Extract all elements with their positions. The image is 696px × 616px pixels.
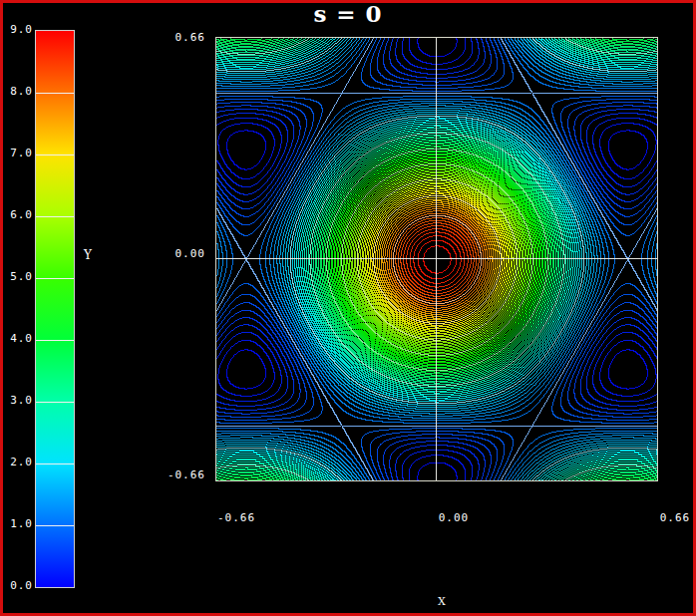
x-axis-title: X [412,595,472,608]
colorbar-tick-label: 0.0 [5,580,33,592]
colorbar-tick-label: 5.0 [5,271,33,283]
colorbar-gradient [35,30,75,588]
colorbar-tick-label: 7.0 [5,148,33,159]
x-tick-label: 0.66 [645,512,696,524]
colorbar-tick-line [36,278,74,279]
colorbar-tick-line [36,216,74,217]
colorbar-tick-label: 4.0 [5,333,33,345]
x-tick-label: 0.00 [424,512,484,524]
y-axis-title: Y [84,248,92,262]
y-tick-label: -0.66 [158,469,205,481]
colorbar-tick-label: 6.0 [5,209,33,221]
colorbar-tick-line [36,525,74,526]
colorbar-tick-line [36,463,74,464]
colorbar-tick-label: 2.0 [5,457,33,468]
colorbar-tick-label: 1.0 [5,518,33,530]
contour-plot-canvas [215,37,658,481]
colorbar-tick-label: 9.0 [5,24,33,36]
colorbar-tick-line [36,93,74,94]
plot-title: s = 0 [3,0,693,27]
colorbar-tick-label: 3.0 [5,395,33,407]
colorbar-tick-line [36,154,74,155]
colorbar-tick-label: 8.0 [5,86,33,98]
y-tick-label: 0.66 [158,32,205,44]
y-tick-label: 0.00 [158,248,205,260]
contour-plot-area [215,37,658,481]
x-tick-label: -0.66 [206,512,266,524]
visualization-window: s = 0 9.0 8.0 7.0 6.0 5.0 4.0 3.0 2.0 1.… [0,0,696,616]
colorbar-tick-line [36,402,74,403]
colorbar-tick-line [36,340,74,341]
